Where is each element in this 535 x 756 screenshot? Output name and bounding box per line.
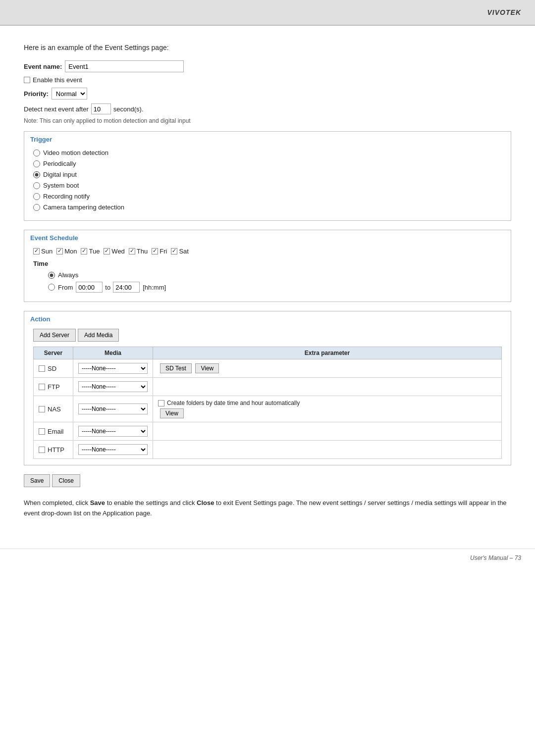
table-row: Email -----None-----: [34, 422, 502, 441]
radio-periodically-label: Periodically: [43, 160, 76, 167]
footer-close: Close: [197, 499, 214, 506]
priority-select[interactable]: Normal Low High: [52, 88, 87, 100]
day-tue: Tue: [81, 248, 100, 255]
checkbox-tue[interactable]: [81, 248, 87, 254]
day-wed: Wed: [104, 248, 125, 255]
td-sd-extra: SD Test View: [153, 359, 502, 378]
td-email-media: -----None-----: [73, 422, 153, 441]
checkbox-wed[interactable]: [104, 248, 110, 254]
enable-row: Enable this event: [24, 76, 511, 84]
label-http: HTTP: [48, 446, 64, 454]
th-server: Server: [34, 347, 73, 359]
event-schedule-content: Sun Mon Tue Wed: [24, 245, 511, 302]
close-button[interactable]: Close: [52, 474, 80, 487]
action-buttons-row: Add Server Add Media: [33, 329, 502, 342]
radio-system-boot[interactable]: [33, 182, 40, 189]
nas-folder-row: Create folders by date time and hour aut…: [158, 400, 496, 406]
detect-row: Detect next event after second(s).: [24, 103, 511, 114]
checkbox-sun[interactable]: [33, 248, 40, 254]
trigger-title: Trigger: [24, 132, 511, 146]
checkbox-email[interactable]: [39, 428, 45, 435]
select-email-media[interactable]: -----None-----: [78, 426, 148, 437]
always-label: Always: [58, 271, 78, 279]
label-ftp: FTP: [48, 383, 60, 391]
checkbox-nas-folders[interactable]: [158, 400, 164, 406]
priority-label: Priority:: [24, 90, 49, 98]
trigger-content: Video motion detection Periodically Digi…: [24, 146, 511, 220]
td-email-extra: [153, 422, 502, 441]
select-nas-media[interactable]: -----None-----: [78, 403, 148, 414]
save-button[interactable]: Save: [24, 474, 50, 487]
label-nas: NAS: [48, 405, 61, 413]
add-media-button[interactable]: Add Media: [78, 329, 119, 342]
radio-recording-notify[interactable]: [33, 193, 40, 200]
sd-test-button[interactable]: SD Test: [160, 363, 192, 373]
action-content: Add Server Add Media Server Media Extra …: [24, 326, 511, 465]
checkbox-fri[interactable]: [152, 248, 158, 254]
label-sun: Sun: [41, 248, 53, 255]
label-tue: Tue: [89, 248, 100, 255]
nas-view-button[interactable]: View: [160, 408, 184, 418]
footer-text: When completed, click Save to enable the…: [24, 498, 511, 519]
add-server-button[interactable]: Add Server: [33, 329, 76, 342]
checkbox-http[interactable]: [39, 447, 45, 453]
day-mon: Mon: [56, 248, 77, 255]
trigger-digital-input: Digital input: [33, 171, 502, 178]
event-name-input[interactable]: [65, 60, 184, 72]
table-row: NAS -----None-----: [34, 396, 502, 422]
td-ftp-server: FTP: [34, 378, 73, 396]
from-input[interactable]: [76, 282, 103, 293]
checkbox-nas[interactable]: [39, 406, 45, 412]
td-sd-media: -----None-----: [73, 359, 153, 378]
day-sat: Sat: [171, 248, 189, 255]
priority-row: Priority: Normal Low High: [24, 88, 511, 100]
checkbox-mon[interactable]: [56, 248, 63, 254]
select-ftp-media[interactable]: -----None-----: [78, 381, 148, 392]
bottom-buttons: Save Close: [24, 474, 511, 487]
to-input[interactable]: [113, 282, 140, 293]
table-row: FTP -----None-----: [34, 378, 502, 396]
radio-system-boot-label: System boot: [43, 182, 79, 189]
radio-digital-input-label: Digital input: [43, 171, 77, 178]
nas-extra: Create folders by date time and hour aut…: [158, 400, 496, 418]
radio-video-motion[interactable]: [33, 150, 40, 156]
sd-view-button[interactable]: View: [195, 363, 219, 373]
checkbox-thu[interactable]: [129, 248, 135, 254]
td-ftp-extra: [153, 378, 502, 396]
time-label: Time: [33, 260, 502, 267]
header-bar: VIVOTEK: [0, 0, 535, 26]
trigger-recording-notify: Recording notify: [33, 193, 502, 200]
hhmm-label: [hh:mm]: [143, 284, 166, 291]
trigger-periodically: Periodically: [33, 160, 502, 167]
detect-input[interactable]: [91, 103, 111, 114]
select-sd-media[interactable]: -----None-----: [78, 363, 148, 374]
footer-save: Save: [90, 499, 105, 506]
td-sd-server: SD: [34, 359, 73, 378]
select-http-media[interactable]: -----None-----: [78, 444, 148, 455]
radio-camera-tampering[interactable]: [33, 204, 40, 211]
content-area: Here is an example of the Event Settings…: [0, 26, 535, 539]
action-section: Action Add Server Add Media Server Media…: [24, 311, 511, 465]
radio-digital-input[interactable]: [33, 171, 40, 178]
footer-text-1: When completed, click: [24, 499, 90, 506]
table-row: SD -----None----- SD Test View: [34, 359, 502, 378]
from-row: From to [hh:mm]: [33, 282, 502, 293]
radio-always[interactable]: [48, 272, 55, 279]
radio-camera-tampering-label: Camera tampering detection: [43, 203, 124, 211]
td-nas-media: -----None-----: [73, 396, 153, 422]
label-thu: Thu: [137, 248, 148, 255]
table-row: HTTP -----None-----: [34, 441, 502, 459]
event-schedule-section: Event Schedule Sun Mon: [24, 230, 511, 302]
brand-name: VIVOTEK: [487, 8, 521, 16]
checkbox-sat[interactable]: [171, 248, 177, 254]
event-name-row: Event name:: [24, 60, 511, 72]
enable-checkbox[interactable]: [24, 77, 30, 83]
radio-periodically[interactable]: [33, 160, 40, 167]
footer-text-2: to enable the settings and click: [105, 499, 197, 506]
checkbox-sd[interactable]: [39, 365, 45, 372]
radio-from[interactable]: [48, 284, 55, 291]
schedule-days: Sun Mon Tue Wed: [33, 248, 502, 255]
label-mon: Mon: [64, 248, 77, 255]
checkbox-ftp[interactable]: [39, 384, 45, 390]
radio-video-motion-label: Video motion detection: [43, 149, 108, 156]
